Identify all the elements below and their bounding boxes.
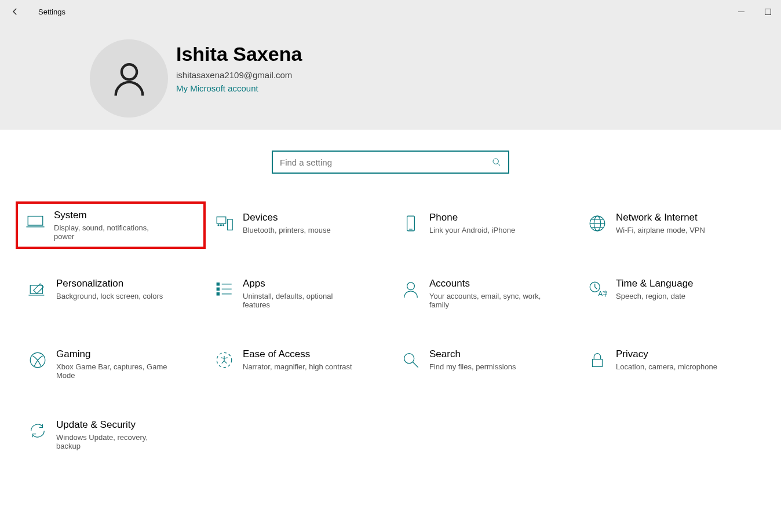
tile-title: Devices xyxy=(243,212,331,223)
apps-list-icon xyxy=(213,278,236,301)
search-box[interactable] xyxy=(272,151,509,174)
tile-update-security[interactable]: Update & SecurityWindows Update, recover… xyxy=(20,413,201,456)
avatar[interactable] xyxy=(90,39,168,118)
maximize-button[interactable] xyxy=(754,0,781,23)
tile-title: Gaming xyxy=(56,348,172,360)
tile-title: Search xyxy=(429,348,516,360)
tile-title: Time & Language xyxy=(616,278,694,289)
tile-time-language[interactable]: Time & LanguageSpeech, region, date xyxy=(580,272,761,315)
tile-desc: Windows Update, recovery, backup xyxy=(56,433,172,450)
user-icon xyxy=(109,58,149,99)
user-header: Ishita Saxena ishitasaxena2109@gmail.com… xyxy=(0,23,781,130)
tile-network-internet[interactable]: Network & InternetWi-Fi, airplane mode, … xyxy=(580,206,761,244)
tile-title: Phone xyxy=(429,212,515,223)
minimize-icon xyxy=(738,9,744,15)
tile-title: Privacy xyxy=(616,348,717,360)
user-name: Ishita Saxena xyxy=(176,43,302,65)
monitor-icon xyxy=(24,210,47,233)
tile-title: Accounts xyxy=(429,278,545,289)
search-input[interactable] xyxy=(280,157,492,167)
tile-title: Network & Internet xyxy=(616,212,705,223)
maximize-icon xyxy=(765,9,771,15)
tile-desc: Link your Android, iPhone xyxy=(429,226,515,234)
magnifier-icon xyxy=(399,348,422,372)
settings-grid: SystemDisplay, sound, notifications, pow… xyxy=(0,206,781,456)
tile-ease-of-access[interactable]: Ease of AccessNarrator, magnifier, high … xyxy=(207,343,388,386)
accessibility-icon xyxy=(213,348,236,372)
tile-search[interactable]: SearchFind my files, permissions xyxy=(393,343,574,386)
svg-point-2 xyxy=(121,64,136,79)
phone-icon xyxy=(399,212,422,235)
minimize-button[interactable] xyxy=(728,0,754,23)
lock-icon xyxy=(586,348,609,372)
globe-icon xyxy=(586,212,609,235)
tile-system[interactable]: SystemDisplay, sound, notifications, pow… xyxy=(16,201,206,249)
tile-devices[interactable]: DevicesBluetooth, printers, mouse xyxy=(207,206,388,244)
tile-apps[interactable]: AppsUninstall, defaults, optional featur… xyxy=(207,272,388,315)
tile-gaming[interactable]: GamingXbox Game Bar, captures, Game Mode xyxy=(20,343,201,386)
back-button[interactable] xyxy=(3,0,27,23)
tile-desc: Location, camera, microphone xyxy=(616,362,717,371)
search-icon xyxy=(492,157,501,167)
sync-icon xyxy=(26,419,49,442)
tile-desc: Bluetooth, printers, mouse xyxy=(243,226,331,234)
person-icon xyxy=(399,278,422,301)
devices-icon xyxy=(213,212,236,235)
tile-title: System xyxy=(54,210,170,221)
svg-rect-1 xyxy=(765,9,771,14)
tile-desc: Find my files, permissions xyxy=(429,362,516,371)
tile-desc: Background, lock screen, colors xyxy=(56,292,163,300)
user-email: ishitasaxena2109@gmail.com xyxy=(176,70,302,80)
tile-desc: Uninstall, defaults, optional features xyxy=(243,292,359,309)
svg-line-4 xyxy=(498,163,500,166)
time-language-icon xyxy=(586,278,609,301)
tile-desc: Wi-Fi, airplane mode, VPN xyxy=(616,226,705,234)
tile-title: Personalization xyxy=(56,278,163,289)
tile-accounts[interactable]: AccountsYour accounts, email, sync, work… xyxy=(393,272,574,315)
tile-title: Update & Security xyxy=(56,419,172,431)
tile-title: Ease of Access xyxy=(243,348,352,360)
tile-privacy[interactable]: PrivacyLocation, camera, microphone xyxy=(580,343,761,386)
tile-personalization[interactable]: PersonalizationBackground, lock screen, … xyxy=(20,272,201,315)
titlebar: Settings xyxy=(0,0,781,23)
tile-desc: Xbox Game Bar, captures, Game Mode xyxy=(56,362,172,380)
tile-desc: Your accounts, email, sync, work, family xyxy=(429,292,545,309)
tile-desc: Display, sound, notifications, power xyxy=(54,223,170,241)
pen-monitor-icon xyxy=(26,278,49,301)
arrow-left-icon xyxy=(10,6,20,17)
svg-point-3 xyxy=(493,159,498,164)
tile-title: Apps xyxy=(243,278,359,289)
window-title: Settings xyxy=(38,8,65,16)
microsoft-account-link[interactable]: My Microsoft account xyxy=(176,83,302,93)
tile-desc: Speech, region, date xyxy=(616,292,694,300)
xbox-icon xyxy=(26,348,49,372)
tile-desc: Narrator, magnifier, high contrast xyxy=(243,362,352,371)
tile-phone[interactable]: PhoneLink your Android, iPhone xyxy=(393,206,574,244)
